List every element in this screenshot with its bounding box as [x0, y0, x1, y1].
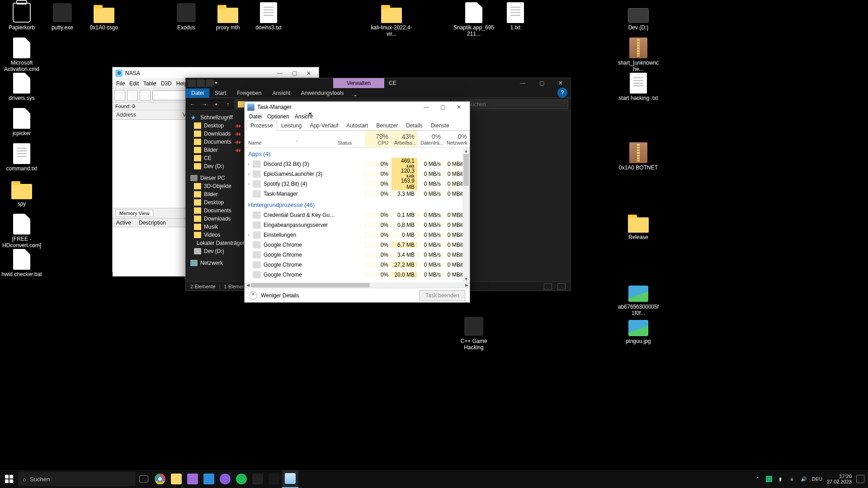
desktop-icon[interactable]: Papierkorb [1, 2, 42, 31]
action-center-button[interactable] [856, 475, 864, 483]
ce-menu-item[interactable]: Edit [129, 80, 139, 87]
taskbar-spotify[interactable] [233, 470, 250, 488]
ribbon-collapse-icon[interactable]: ⌄ [349, 91, 361, 98]
sidebar-item[interactable]: Desktop [186, 198, 244, 206]
maximize-button[interactable]: ▢ [434, 103, 451, 112]
taskbar-visualstudio[interactable] [184, 470, 201, 488]
tm-tab[interactable]: Details [402, 121, 427, 131]
desktop-icon[interactable]: Release [618, 211, 659, 241]
process-row[interactable]: Task-Manager 0% 3,3 MB 0 MB/s 0 MBit/s [245, 189, 470, 199]
process-row[interactable]: › Einstellungen 0% 0 MB 0 MB/s 0 MBit/s [245, 230, 470, 240]
tm-tab[interactable]: Dienste [427, 121, 453, 131]
desktop-icon[interactable]: proxy mth [207, 2, 249, 31]
ce-tool-button[interactable] [140, 90, 151, 101]
process-row[interactable]: › EpicGamesLauncher (3) 0% 120,3 MB 0 MB… [245, 169, 470, 179]
desktop-icon[interactable]: putty.exe [42, 2, 83, 31]
process-row[interactable]: › Discord (32 Bit) (3) 0% 469,1 MB 0 MB/… [245, 159, 470, 169]
sidebar-item[interactable]: Bilder [186, 190, 244, 198]
sidebar-item[interactable]: Bilder📌 [186, 146, 244, 154]
tray-network-icon[interactable]: ⚹ [788, 475, 796, 483]
col-address[interactable]: Address [116, 112, 183, 118]
tray-volume-icon[interactable]: 🔊 [800, 475, 807, 483]
tm-menu-item[interactable]: Ansicht [295, 113, 312, 120]
tm-tab[interactable]: App-Verlauf [306, 121, 342, 131]
process-row[interactable]: Google Chrome 0% 20,0 MB 0 MB/s 0 MBit/s [245, 270, 470, 280]
maximize-button[interactable]: ▢ [287, 68, 302, 78]
taskbar-chrome[interactable] [152, 470, 168, 488]
close-button[interactable]: ✕ [551, 78, 570, 88]
scroll-thumb[interactable] [463, 154, 469, 186]
nav-recent-button[interactable]: ▾ [211, 99, 221, 109]
scroll-down-icon[interactable]: ▼ [462, 276, 470, 282]
sidebar-item[interactable]: Downloads [186, 215, 244, 223]
minimize-button[interactable]: — [273, 68, 287, 78]
desktop-icon[interactable]: start hacking .txt [618, 72, 659, 102]
desktop-icon[interactable]: hwid checker.bat [1, 249, 42, 278]
desktop-icon[interactable]: 1.txt [495, 2, 536, 31]
fewer-details-link[interactable]: Weniger Details [261, 292, 299, 299]
ce-tool-button[interactable] [114, 90, 125, 101]
taskbar-cheatengine[interactable] [266, 470, 282, 488]
ce-tool-button[interactable] [127, 90, 138, 101]
sidebar-item[interactable]: Netzwerk [186, 259, 244, 267]
sidebar-item[interactable]: Dev (D:) [186, 247, 244, 255]
taskbar-search[interactable]: ⌕ Suchen [18, 472, 136, 486]
tray-battery-icon[interactable]: ▮ [777, 475, 784, 483]
help-icon[interactable]: ? [557, 88, 567, 98]
expand-icon[interactable]: › [245, 161, 253, 167]
sidebar-item[interactable]: Videos [186, 231, 244, 239]
fewer-details-icon[interactable]: ⌃ [249, 291, 257, 300]
start-button[interactable] [0, 470, 18, 488]
expand-icon[interactable]: › [245, 181, 253, 187]
desktop-icon[interactable]: pinguu.jpg [618, 315, 659, 345]
process-row[interactable]: Google Chrome 0% 6,7 MB 0 MB/s 0 MBit/s [245, 240, 470, 250]
process-row[interactable]: Credential Guard & Key Guard 0% 0,1 MB 0… [245, 210, 470, 220]
ribbon-tab[interactable]: Ansicht [267, 89, 295, 98]
ribbon-tab[interactable]: Anwendungstools [296, 89, 349, 98]
sidebar-item[interactable]: Documents📌 [186, 138, 244, 146]
col-arbeitss...[interactable]: 43%Arbeitss... [391, 131, 417, 147]
col-datenträ...[interactable]: 0%Datenträ... [417, 131, 443, 147]
qat-button[interactable] [197, 80, 205, 87]
sidebar-item[interactable]: Dieser PC [186, 174, 244, 182]
desktop-icon[interactable]: Dev (D:) [618, 2, 659, 31]
tm-titlebar[interactable]: Task-Manager — ▢ ✕ [245, 102, 470, 113]
col-status[interactable]: Status [336, 131, 365, 147]
tm-process-list[interactable]: Apps (4) › Discord (32 Bit) (3) 0% 469,1… [245, 148, 470, 282]
qat-button[interactable] [206, 80, 214, 87]
desktop-icon[interactable]: 0x1A0 csgo [83, 2, 125, 31]
sidebar-item[interactable]: Documents [186, 206, 244, 215]
taskbar-app[interactable] [217, 470, 233, 488]
sidebar-item[interactable]: CE [186, 154, 244, 162]
tm-menu-item[interactable]: Optionen [267, 113, 289, 120]
maximize-button[interactable]: ▢ [532, 78, 551, 88]
desktop-icon[interactable]: Microsoft Activation.cmd [1, 37, 42, 73]
sidebar-item[interactable]: Musik [186, 223, 244, 231]
scroll-left-icon[interactable]: ◀ [245, 282, 251, 288]
sidebar-item[interactable]: Lokaler Datenträger [186, 239, 244, 247]
ribbon-tab[interactable]: Freigeben [231, 89, 267, 98]
view-details-button[interactable] [544, 283, 552, 290]
desktop-icon[interactable]: spy [1, 178, 42, 207]
minimize-button[interactable]: — [418, 103, 434, 112]
col-netzwerk[interactable]: 0%Netzwerk [443, 131, 470, 147]
minimize-button[interactable]: — [513, 78, 532, 88]
vertical-scrollbar[interactable]: ▲ ▼ [462, 148, 470, 282]
qat-button[interactable] [188, 80, 196, 87]
taskbar-epic[interactable] [250, 470, 266, 488]
taskbar-taskmanager[interactable] [282, 470, 298, 488]
expand-icon[interactable]: › [245, 232, 253, 238]
desktop-icon[interactable]: C++ Game Hacking [453, 315, 495, 351]
close-button[interactable]: ✕ [302, 68, 316, 78]
desktop-icon[interactable]: kali-linux-2022.4-vir... [371, 2, 412, 38]
process-row[interactable]: › Spotify (32 Bit) (4) 0% 163,9 MB 0 MB/… [245, 179, 470, 189]
taskbar-explorer[interactable] [168, 470, 184, 488]
col-active[interactable]: Active [116, 220, 139, 226]
process-row[interactable]: Google Chrome 0% 3,4 MB 0 MB/s 0 MBit/s [245, 250, 470, 260]
ce-menu-item[interactable]: D3D [161, 80, 172, 87]
desktop-icon[interactable]: ab67656300005f1f0f... [618, 281, 659, 317]
sidebar-item[interactable]: Downloads📌 [186, 130, 244, 138]
sidebar-item[interactable]: 3D-Objekte [186, 182, 244, 190]
fx-titlebar[interactable]: ▾ Verwalten CE — ▢ ✕ [186, 78, 570, 88]
process-row[interactable]: Eingabeanpassungsserver 0% 0,8 MB 0 MB/s… [245, 220, 470, 230]
